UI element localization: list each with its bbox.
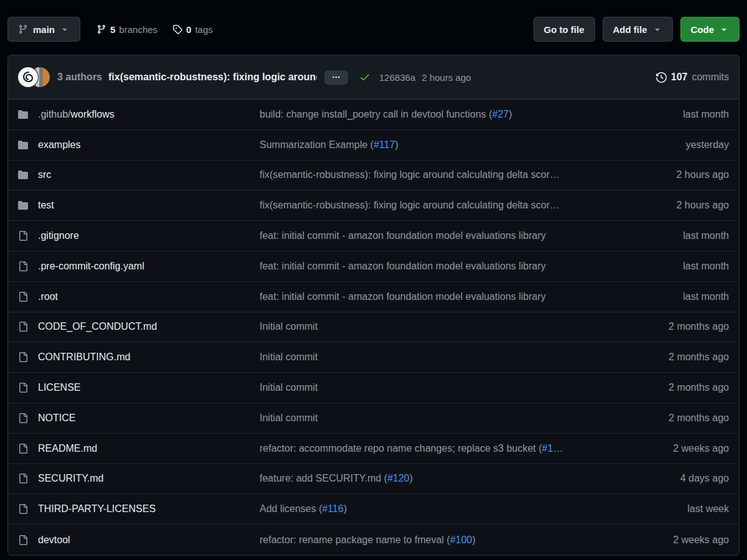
branches-label: branches (119, 24, 157, 35)
file-link[interactable]: test (38, 200, 250, 211)
file-icon (18, 413, 28, 423)
commit-message-cell: refactor: rename package name to fmeval … (260, 534, 663, 546)
file-link[interactable]: SECURITY.md (38, 473, 250, 484)
file-link[interactable]: examples (38, 139, 250, 151)
commit-message-link[interactable]: feat: initial commit - amazon foundation… (260, 261, 546, 271)
commit-details-kebab-button[interactable] (324, 70, 348, 85)
issue-link[interactable]: #100 (450, 534, 472, 545)
commit-message-link[interactable]: ) (344, 503, 347, 514)
file-icon (18, 231, 28, 241)
commit-history-link[interactable]: 107 commits (656, 72, 729, 83)
table-row: .pre-commit-config.yaml feat: initial co… (8, 251, 739, 282)
issue-link[interactable]: #116 (322, 503, 344, 514)
chevron-down-icon (652, 24, 662, 34)
branch-selector-button[interactable]: main (7, 17, 80, 42)
commit-message-link[interactable]: ) (395, 139, 398, 150)
commit-message-cell: fix(semantic-robustness): fixing logic a… (260, 200, 666, 211)
commit-message-link[interactable]: Initial commit (260, 321, 317, 332)
file-link[interactable]: .root (38, 291, 250, 302)
commit-date: 2 hours ago (676, 200, 729, 211)
tags-link[interactable]: 0 tags (172, 24, 213, 35)
commit-message-cell: Initial commit (260, 382, 659, 393)
commit-message-link[interactable]: ) (410, 473, 413, 483)
table-row: src fix(semantic-robustness): fixing log… (8, 161, 739, 191)
issue-link[interactable]: #27 (492, 109, 509, 119)
commit-message-link[interactable]: feature: add SECURITY.md ( (260, 473, 387, 483)
table-row: CONTRIBUTING.md Initial commit 2 months … (8, 342, 739, 373)
commit-message-link[interactable]: fix(semantic-robustness): fixing logic a… (260, 169, 560, 180)
commit-message-link[interactable]: refactor: rename package name to fmeval … (260, 534, 450, 545)
commit-message-link[interactable]: ) (509, 109, 512, 119)
file-icon (18, 474, 28, 483)
file-link[interactable]: .github/workflows (38, 109, 250, 120)
issue-link[interactable]: #1… (542, 443, 563, 454)
folder-icon (18, 140, 28, 150)
commit-message-cell: refactor: accommodate repo name changes;… (260, 443, 663, 454)
commit-message-cell: build: change install_poetry call in dev… (260, 109, 673, 120)
commits-label: commits (692, 72, 729, 83)
commit-date: last month (683, 291, 729, 302)
commit-message-link[interactable]: refactor: accommodate repo name changes;… (260, 443, 542, 454)
commit-message-link[interactable]: fix(semantic-robustness): fixing logic a… (260, 200, 560, 210)
latest-commit-message[interactable]: fix(semantic-robustness): fixing logic a… (108, 72, 317, 83)
folder-icon (18, 110, 28, 119)
commit-date: 2 months ago (669, 382, 729, 393)
commit-message-link[interactable]: Initial commit (260, 352, 317, 362)
file-link[interactable]: NOTICE (38, 413, 250, 424)
table-row: .github/workflows build: change install_… (8, 100, 739, 130)
commit-message-link[interactable]: Initial commit (260, 413, 317, 423)
add-file-label: Add file (613, 24, 647, 35)
file-link[interactable]: .pre-commit-config.yaml (38, 261, 250, 272)
table-row: LICENSE Initial commit 2 months ago (8, 373, 739, 403)
commit-date: 2 weeks ago (673, 534, 729, 546)
branches-count: 5 (110, 24, 115, 35)
commit-message-link[interactable]: feat: initial commit - amazon foundation… (260, 291, 546, 302)
issue-link[interactable]: #117 (374, 139, 395, 150)
commit-date: last week (687, 503, 729, 515)
file-link[interactable]: README.md (38, 443, 250, 454)
commit-message-cell: Initial commit (260, 352, 659, 363)
file-link[interactable]: .gitignore (38, 230, 250, 241)
avatar[interactable] (18, 67, 38, 87)
current-branch-label: main (33, 24, 55, 35)
toolbar-actions: Go to file Add file Code (533, 17, 740, 42)
table-row: test fix(semantic-robustness): fixing lo… (8, 190, 739, 221)
repo-toolbar: main 5 branches 0 tags Go to file Add fi… (0, 0, 747, 42)
branches-link[interactable]: 5 branches (96, 24, 157, 35)
commit-date: last month (683, 230, 729, 241)
issue-link[interactable]: #120 (387, 473, 410, 483)
commit-message-cell: feat: initial commit - amazon foundation… (260, 261, 673, 272)
commit-date: 2 months ago (669, 321, 729, 332)
commit-message-link[interactable]: build: change install_poetry call in dev… (260, 109, 492, 119)
go-to-file-label: Go to file (544, 24, 585, 35)
file-link[interactable]: THIRD-PARTY-LICENSES (38, 503, 250, 515)
file-icon (18, 261, 28, 271)
commit-message-cell: Summarization Example (#117) (260, 139, 676, 151)
go-to-file-button[interactable]: Go to file (533, 17, 595, 42)
file-link[interactable]: LICENSE (38, 382, 250, 393)
commit-sha-link[interactable]: 126836a (379, 72, 415, 83)
folder-icon (18, 200, 28, 210)
file-link[interactable]: devtool (38, 534, 250, 546)
file-icon (18, 352, 28, 362)
commit-message-link[interactable]: Add licenses ( (260, 503, 322, 514)
commit-message-link[interactable]: feat: initial commit - amazon foundation… (260, 230, 546, 241)
authors-link[interactable]: 3 authors (57, 72, 102, 83)
file-link[interactable]: CONTRIBUTING.md (38, 352, 250, 363)
chevron-down-icon (60, 24, 70, 34)
checks-status-icon[interactable] (359, 72, 370, 83)
commit-message-link[interactable]: ) (472, 534, 476, 545)
tags-label: tags (195, 24, 212, 35)
commit-message-link[interactable]: Initial commit (260, 382, 317, 393)
add-file-button[interactable]: Add file (603, 17, 673, 42)
commit-date: 2 weeks ago (673, 443, 729, 454)
commit-message-cell: Initial commit (260, 413, 659, 424)
commit-date: last month (683, 109, 729, 120)
file-link[interactable]: src (38, 169, 250, 180)
commit-message-link[interactable]: Summarization Example ( (260, 139, 374, 150)
file-link[interactable]: CODE_OF_CONDUCT.md (38, 321, 250, 332)
table-row: CODE_OF_CONDUCT.md Initial commit 2 mont… (8, 312, 739, 343)
latest-commit-bar: 3 authors fix(semantic-robustness): fixi… (8, 55, 739, 100)
code-button[interactable]: Code (680, 17, 740, 42)
file-icon (18, 535, 28, 545)
